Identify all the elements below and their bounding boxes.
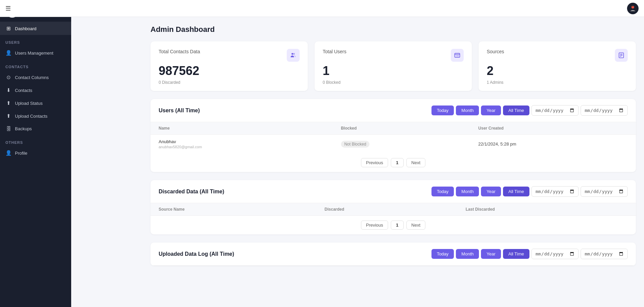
uploaded-filter-btns: Today Month Year All Time [431,249,628,259]
backups-icon: 🗄 [5,126,12,132]
users-table: Name Blocked User Created Anubhav anubha… [150,122,636,153]
user-icon: 👤 [5,50,12,56]
users-section-card: Users (All Time) Today Month Year All Ti… [150,99,636,172]
sidebar-item-backups[interactable]: 🗄 Backups [0,122,71,135]
stat-card-contacts-title: Total Contacts Data [159,49,200,54]
users-section-title: Users (All Time) [159,108,200,114]
discarded-section-header: Discarded Data (All Time) Today Month Ye… [150,180,636,203]
stats-row: Total Contacts Data 987562 0 Discarded T… [150,41,636,91]
sidebar-upload-contacts-label: Upload Contacts [15,114,47,119]
sidebar-item-contacts[interactable]: ⬇ Contacts [0,84,71,97]
topbar-right [627,3,639,14]
discarded-section-card: Discarded Data (All Time) Today Month Ye… [150,180,636,234]
stat-card-sources: Sources 2 1 Admins [479,41,636,91]
uploaded-date-from[interactable] [531,249,579,259]
users-filter-month[interactable]: Month [456,105,479,115]
sidebar-contact-columns-label: Contact Columns [15,75,49,80]
sidebar-item-users-management[interactable]: 👤 Users Management [0,46,71,59]
discarded-filter-btns: Today Month Year All Time [431,186,628,197]
sidebar-item-contact-columns[interactable]: ⊙ Contact Columns [0,71,71,84]
stat-card-users-value: 1 [323,64,464,78]
svg-point-5 [632,5,633,6]
stat-card-sources-value: 2 [487,64,628,78]
discarded-prev-btn[interactable]: Previous [361,220,388,230]
discarded-date-from[interactable] [531,186,579,197]
stat-card-contacts-sub: 0 Discarded [159,80,300,85]
page-title: Admin Dashboard [150,25,636,34]
svg-point-7 [293,53,295,55]
discarded-filter-alltime[interactable]: All Time [503,187,529,196]
stat-card-sources-sub: 1 Admins [487,80,628,85]
users-date-from[interactable] [531,105,579,116]
stat-card-contacts: Total Contacts Data 987562 0 Discarded [150,41,308,91]
sidebar-profile-label: Profile [15,151,27,156]
users-filter-today[interactable]: Today [431,105,454,115]
uploaded-filter-alltime[interactable]: All Time [503,249,529,259]
sidebar-item-dashboard[interactable]: ⊞ Dashboard [0,22,71,35]
users-prev-btn[interactable]: Previous [361,158,388,167]
discarded-col-discarded: Discarded [317,203,458,216]
stat-card-sources-icon [615,49,628,62]
user-name: Anubhav [159,139,325,144]
sidebar-dashboard-label: Dashboard [15,26,37,31]
discarded-pagination: Previous 1 Next [150,216,636,234]
sidebar-item-profile[interactable]: 👤 Profile [0,147,71,159]
users-date-to[interactable] [581,105,628,116]
stat-card-sources-title: Sources [487,49,504,54]
hamburger-button[interactable]: ☰ [5,5,11,12]
discarded-filter-month[interactable]: Month [456,187,479,196]
sidebar-section-contacts-label: CONTACTS [0,59,71,71]
discarded-table: Source Name Discarded Last Discarded [150,203,636,216]
uploaded-section-title: Uploaded Data Log (All Time) [159,251,234,257]
discarded-next-btn[interactable]: Next [406,220,426,230]
stat-card-users: Total Users 1 0 Blocked [315,41,472,91]
svg-rect-8 [455,53,460,57]
uploaded-filter-today[interactable]: Today [431,249,454,259]
stat-card-contacts-icon [287,49,300,62]
sidebar-upload-status-label: Upload Status [15,101,43,106]
users-page-1[interactable]: 1 [391,158,403,167]
users-filter-year[interactable]: Year [481,105,501,115]
discarded-date-to[interactable] [581,186,628,197]
users-col-blocked: Blocked [333,122,470,135]
table-row: Anubhav anubhav5820@gmail.com Not Blocke… [150,135,636,154]
stat-card-contacts-value: 987562 [159,64,300,78]
users-col-name: Name [150,122,333,135]
sidebar-item-upload-status[interactable]: ⬆ Upload Status [0,97,71,110]
stat-card-users-title: Total Users [323,49,346,54]
discarded-col-last: Last Discarded [458,203,636,216]
sidebar-item-upload-contacts[interactable]: ⬆ Upload Contacts [0,110,71,122]
discarded-page-1[interactable]: 1 [391,220,403,230]
profile-icon: 👤 [5,150,12,156]
user-created: 22/1/2024, 5:28 pm [470,135,636,154]
svg-point-6 [291,53,293,55]
discarded-filter-today[interactable]: Today [431,187,454,196]
discarded-col-source: Source Name [150,203,317,216]
user-email: anubhav5820@gmail.com [159,145,325,149]
sidebar-backups-label: Backups [15,126,32,131]
dashboard-icon: ⊞ [5,25,12,32]
users-filter-btns: Today Month Year All Time [431,105,628,116]
contact-columns-icon: ⊙ [5,74,12,80]
users-section-header: Users (All Time) Today Month Year All Ti… [150,99,636,122]
upload-contacts-icon: ⬆ [5,113,12,119]
uploaded-filter-month[interactable]: Month [456,249,479,259]
uploaded-filter-year[interactable]: Year [481,249,501,259]
topbar-left: ☰ [0,5,71,12]
main-content: Admin Dashboard Total Contacts Data 9875… [142,17,644,307]
uploaded-section-header: Uploaded Data Log (All Time) Today Month… [150,243,636,266]
discarded-filter-year[interactable]: Year [481,187,501,196]
sidebar-users-management-label: Users Management [15,51,53,56]
uploaded-date-to[interactable] [581,249,628,259]
users-col-created: User Created [470,122,636,135]
top-avatar[interactable] [627,3,639,14]
discarded-section-title: Discarded Data (All Time) [159,189,224,195]
users-filter-alltime[interactable]: All Time [503,105,529,115]
uploaded-section-card: Uploaded Data Log (All Time) Today Month… [150,243,636,266]
stat-card-users-sub: 0 Blocked [323,80,464,85]
users-next-btn[interactable]: Next [406,158,426,167]
sidebar: GRADEKHO Career Services Private Limited… [0,0,71,307]
sidebar-contacts-label: Contacts [15,88,32,93]
topbar: ☰ [0,0,644,17]
users-pagination: Previous 1 Next [150,153,636,172]
